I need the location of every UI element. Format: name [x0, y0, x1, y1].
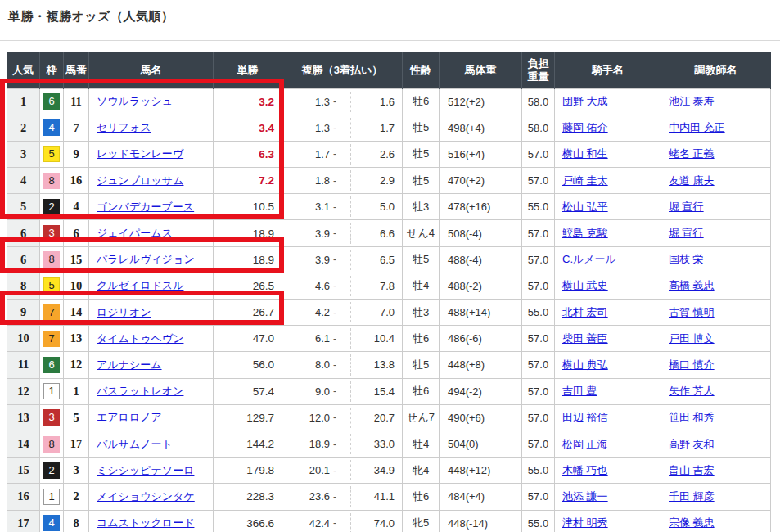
jockey-link[interactable]: 松岡 正海	[562, 438, 608, 450]
horse-name-link[interactable]: クルゼイロドスル	[97, 279, 183, 291]
horse-name-link[interactable]: セリフォス	[97, 121, 151, 133]
jockey-cell: 横山 和生	[555, 141, 661, 167]
frame-cell: 5	[40, 273, 64, 299]
win-odds-cell: 47.0	[214, 326, 282, 352]
trainer-link[interactable]: 千田 輝彦	[669, 490, 715, 503]
trainer-link[interactable]: 池江 泰寿	[669, 95, 715, 107]
horse-name-link[interactable]: バスラットレオン	[97, 385, 183, 397]
sex-age-cell: 牡5	[403, 168, 440, 194]
frame-cell: 3	[40, 220, 64, 246]
trainer-link[interactable]: 高橋 義忠	[669, 279, 715, 291]
jockey-link[interactable]: 横山 和生	[562, 147, 608, 160]
jockey-link[interactable]: 藤岡 佑介	[562, 121, 608, 133]
place-odds-low: 23.6	[282, 490, 330, 503]
horse-name-cell: エアロロノア	[89, 404, 214, 431]
place-odds-separator: -	[330, 96, 340, 107]
rank-cell: 12	[7, 378, 40, 404]
place-odds-divider	[340, 250, 351, 270]
jockey-link[interactable]: 松山 弘平	[562, 201, 608, 213]
odds-table-header: 人気 枠 馬番 馬名 単勝 複勝（3着払い） 性齢 馬体重 負担重量 騎手名 調…	[7, 52, 771, 88]
sex-age-cell: 牝5	[403, 510, 440, 532]
table-row: 17 4 8 コムストックロード 366.6 42.4 - 74.0 牝5 44…	[7, 510, 771, 532]
horse-name-link[interactable]: メイショウシンタケ	[97, 490, 195, 503]
place-odds-cell: 42.4 - 74.0	[282, 510, 403, 532]
win-odds-cell: 129.7	[214, 404, 282, 431]
trainer-link[interactable]: 堀 宣行	[669, 201, 704, 213]
jockey-link[interactable]: 戸崎 圭太	[562, 174, 608, 187]
trainer-link[interactable]: 中内田 充正	[669, 121, 725, 133]
horse-name-link[interactable]: レッドモンレーヴ	[97, 147, 183, 160]
win-odds-cell: 18.9	[214, 246, 282, 273]
jockey-link[interactable]: C.ルメール	[562, 253, 616, 265]
jockey-cell: 団野 大成	[555, 88, 661, 115]
jockey-link[interactable]: 団野 大成	[562, 95, 608, 107]
header-row: 人気 枠 馬番 馬名 単勝 複勝（3着払い） 性齢 馬体重 負担重量 騎手名 調…	[7, 52, 771, 88]
horse-name-link[interactable]: エアロロノア	[97, 411, 162, 423]
trainer-link[interactable]: 橋口 慎介	[669, 358, 715, 371]
frame-badge: 4	[43, 119, 60, 136]
jockey-link[interactable]: 北村 宏司	[562, 306, 608, 318]
trainer-link[interactable]: 高野 友和	[669, 438, 715, 450]
trainer-link[interactable]: 堀 宣行	[669, 227, 704, 239]
jockey-link[interactable]: 横山 武史	[562, 279, 608, 291]
trainer-link[interactable]: 笹田 和秀	[669, 411, 715, 423]
horse-name-link[interactable]: タイムトゥヘヴン	[97, 332, 183, 345]
trainer-link[interactable]: 畠山 吉宏	[669, 464, 715, 476]
horse-name-link[interactable]: ゴンバデカーブース	[97, 201, 194, 213]
trainer-link[interactable]: 国枝 栄	[669, 253, 704, 265]
odds-table-body: 1 6 11 ソウルラッシュ 3.2 1.3 - 1.6 牡6 512(+2) …	[7, 88, 771, 532]
win-odds-cell: 3.4	[214, 115, 282, 141]
jockey-link[interactable]: 田辺 裕信	[562, 411, 608, 423]
win-odds-cell: 6.3	[214, 141, 282, 167]
horse-name-link[interactable]: ジュンブロッサム	[97, 174, 183, 187]
jockey-link[interactable]: 鮫島 克駿	[562, 227, 608, 239]
frame-badge: 1	[43, 383, 60, 399]
place-odds: 4.6 - 7.8	[282, 273, 402, 299]
jockey-cell: 吉田 豊	[555, 378, 661, 404]
horse-name-link[interactable]: コムストックロード	[97, 516, 194, 529]
place-odds-low: 8.0	[282, 358, 330, 371]
horse-name-link[interactable]: ミシシッピテソーロ	[97, 464, 194, 476]
jockey-link[interactable]: 津村 明秀	[562, 516, 608, 529]
trainer-link[interactable]: 古賀 慎明	[669, 306, 715, 318]
jockey-link[interactable]: 木幡 巧也	[562, 464, 608, 476]
jockey-link[interactable]: 池添 謙一	[562, 490, 608, 503]
jockey-link[interactable]: 横山 典弘	[562, 358, 608, 371]
trainer-link[interactable]: 戸田 博文	[669, 332, 715, 345]
jockey-link[interactable]: 柴田 善臣	[562, 332, 608, 345]
horse-name-link[interactable]: ロジリオン	[97, 306, 151, 318]
table-row: 11 6 12 アルナシーム 56.0 8.0 - 13.8 牡5 448(+8…	[7, 352, 771, 378]
horse-weight-cell: 516(+4)	[440, 141, 522, 167]
odds-table: 人気 枠 馬番 馬名 単勝 複勝（3着払い） 性齢 馬体重 負担重量 騎手名 調…	[7, 52, 771, 532]
frame-cell: 8	[40, 168, 64, 194]
header-rank: 人気	[7, 52, 40, 88]
horse-name-link[interactable]: ジェイパームス	[97, 227, 173, 239]
horse-number-cell: 4	[64, 194, 89, 220]
place-odds-high: 41.1	[351, 490, 402, 503]
sex-age-cell: 牡6	[403, 378, 440, 404]
horse-name-link[interactable]: パラレルヴィジョン	[97, 253, 195, 265]
trainer-link[interactable]: 蛯名 正義	[669, 147, 715, 160]
place-odds-cell: 18.9 - 33.0	[282, 431, 403, 457]
trainer-cell: 中内田 充正	[661, 115, 771, 141]
jockey-cell: 柴田 善臣	[555, 326, 661, 352]
jockey-link[interactable]: 吉田 豊	[562, 385, 597, 397]
header-win: 単勝	[214, 52, 282, 88]
win-odds: 26.7	[253, 306, 274, 318]
place-odds-divider	[340, 92, 351, 112]
frame-badge: 2	[43, 462, 60, 479]
table-row: 10 7 13 タイムトゥヘヴン 47.0 6.1 - 10.4 牡6 486(…	[7, 326, 771, 352]
horse-name-link[interactable]: アルナシーム	[97, 358, 162, 371]
horse-name-link[interactable]: ソウルラッシュ	[97, 95, 173, 107]
win-odds: 18.9	[253, 228, 274, 240]
win-odds: 3.2	[259, 96, 274, 108]
horse-name-link[interactable]: バルサムノート	[97, 438, 173, 450]
trainer-cell: 千田 輝彦	[661, 484, 771, 510]
jockey-cell: 戸崎 圭太	[555, 168, 661, 194]
trainer-link[interactable]: 宗像 義忠	[669, 516, 715, 529]
trainer-link[interactable]: 友道 康夫	[669, 174, 715, 187]
trainer-link[interactable]: 矢作 芳人	[669, 385, 715, 397]
table-row: 12 1 1 バスラットレオン 57.4 9.0 - 15.4 牡6 494(-…	[7, 378, 771, 404]
place-odds-separator: -	[330, 359, 340, 371]
horse-name-cell: バルサムノート	[89, 431, 214, 457]
